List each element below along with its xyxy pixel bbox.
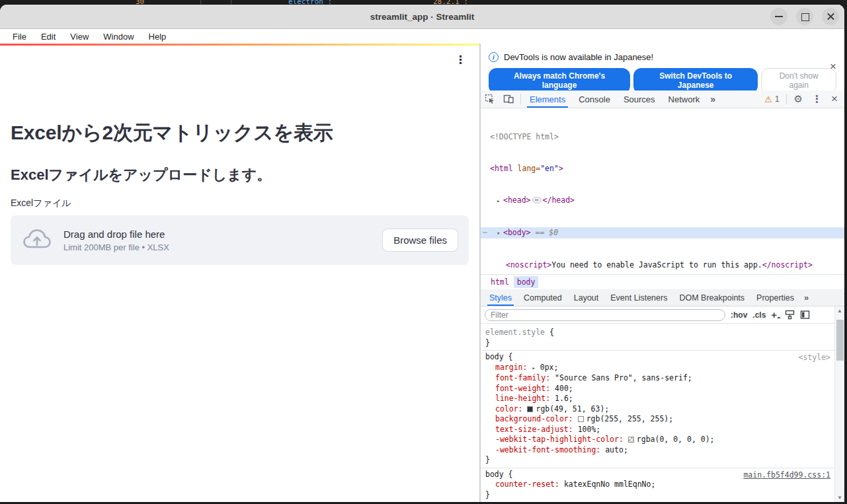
file-uploader-dropzone[interactable]: Drag and drop file here Limit 200MB per … [11,215,469,265]
streamlit-decoration-bar [0,44,479,46]
rule-origin: <style> [799,353,830,363]
issues-counter[interactable]: ⚠ 1 [761,94,782,104]
tab-styles[interactable]: Styles [483,289,518,306]
devtools-kebab-icon[interactable]: ⋮ [808,93,826,105]
styles-filter-input[interactable] [485,309,725,321]
rendering-emulation-icon[interactable] [785,310,795,320]
window-title: streamlit_app · Streamlit [370,12,475,22]
uploader-texts: Drag and drop file here Limit 200MB per … [63,229,382,252]
scrollbar-down-icon[interactable]: ▼ [837,493,842,502]
menu-file[interactable]: File [5,32,34,42]
cloud-upload-icon [22,228,52,253]
toolbar-divider [786,94,787,104]
more-sidebar-tabs-icon[interactable]: » [800,289,813,306]
tab-dom-breakpoints[interactable]: DOM Breakpoints [673,289,750,306]
more-tabs-icon[interactable]: » [706,90,719,108]
menu-window[interactable]: Window [96,32,141,42]
devtools-pane: i DevTools is now available in Japanese!… [479,44,844,502]
tab-elements[interactable]: Elements [523,90,572,108]
new-style-rule-icon[interactable]: + [771,309,780,320]
gutter-dots-icon[interactable]: ⋯ [483,227,487,238]
devtools-close-icon[interactable]: × [827,92,842,106]
toolbar-divider [520,94,521,104]
info-icon: i [489,52,499,62]
expand-arrow-icon[interactable]: ▸ [532,365,535,371]
styles-sidebar-tabs: Styles Computed Layout Event Listeners D… [481,289,844,306]
tab-properties[interactable]: Properties [750,289,800,306]
color-swatch[interactable] [527,406,533,412]
elements-dom-tree: <!DOCTYPE html> <html lang="en"> ▸<head>… [481,108,844,274]
dom-html-open[interactable]: <html lang="en"> [481,163,844,174]
expand-arrow-icon[interactable]: ▸ [497,196,503,206]
breadcrumb-body[interactable]: body [514,276,539,288]
color-swatch[interactable] [628,437,634,443]
tab-network[interactable]: Network [662,90,707,108]
computed-sidebar-toggle-icon[interactable] [800,310,810,320]
menu-view[interactable]: View [63,32,96,42]
tab-sources[interactable]: Sources [617,90,662,108]
color-swatch[interactable] [578,416,584,422]
tab-computed[interactable]: Computed [518,289,568,306]
breadcrumb-html[interactable]: html [487,276,512,288]
warning-icon: ⚠ [764,94,772,104]
rule-origin-link: main.fb5f4d99.css:1 [743,470,830,481]
device-toolbar-icon[interactable] [499,90,518,108]
tab-console[interactable]: Console [572,90,617,108]
menu-edit[interactable]: Edit [34,32,63,42]
page-subtitle: Excelファイルをアップロードします。 [11,165,271,185]
css-rule-body-style[interactable]: <style> body { margin: ▸ 0px; font-famil… [481,351,834,468]
switch-to-japanese-button[interactable]: Switch DevTools to Japanese [633,68,758,94]
scrollbar-thumb[interactable] [836,320,844,361]
drag-drop-text: Drag and drop file here [63,229,382,240]
app-menu-kebab-icon[interactable]: ⋮ [455,54,466,65]
devtools-language-banner: i DevTools is now available in Japanese!… [481,44,844,90]
dom-breadcrumb: html body [481,274,844,289]
dom-doctype[interactable]: <!DOCTYPE html> [481,131,844,142]
dom-head[interactable]: ▸<head>⋯</head> [481,195,844,206]
always-match-language-button[interactable]: Always match Chrome's language [489,68,630,94]
inspect-element-icon[interactable] [481,90,499,108]
collapsed-content-icon[interactable]: ⋯ [532,197,542,203]
dom-body-selected[interactable]: ⋯▾<body> == $0 [481,227,844,238]
css-rules-list: element.style { } <style> body { margin:… [481,324,834,502]
warning-count: 1 [775,94,780,104]
dont-show-again-button[interactable]: Don't show again [761,68,836,94]
css-rule-element-style[interactable]: element.style { } [481,326,834,351]
toggle-hover-state[interactable]: :hov [731,310,747,320]
tab-event-listeners[interactable]: Event Listeners [604,289,673,306]
page-title: Excelから2次元マトリックスを表示 [11,120,333,147]
app-window: streamlit_app · Streamlit File Edit View… [0,5,844,502]
toggle-element-classes[interactable]: .cls [752,310,766,320]
streamlit-app-pane: ⋮ Excelから2次元マトリックスを表示 Excelファイルをアップロードしま… [0,44,479,502]
maximize-button[interactable] [796,8,813,25]
collapse-arrow-icon[interactable]: ▾ [497,228,503,238]
minimize-button[interactable] [770,8,787,25]
window-controls [770,8,839,25]
css-rule-body-katex[interactable]: main.fb5f4d99.css:1 body { counter-reset… [481,468,834,503]
styles-scrollbar[interactable]: ▲ ▼ [834,306,844,502]
selected-node-marker: == $0 [535,228,558,237]
banner-close-icon[interactable]: × [830,61,836,72]
close-button[interactable] [822,8,839,25]
scrollbar-up-icon[interactable]: ▲ [837,306,842,315]
devtools-toolbar: Elements Console Sources Network » ⚠ 1 ⚙… [481,90,844,108]
banner-message: DevTools is now available in Japanese! [504,52,653,62]
styles-filter-bar: :hov .cls + [481,306,834,324]
browse-files-button[interactable]: Browse files [382,229,458,252]
settings-gear-icon[interactable]: ⚙ [790,93,807,105]
titlebar[interactable]: streamlit_app · Streamlit [0,5,844,29]
menu-help[interactable]: Help [141,32,174,42]
tab-layout[interactable]: Layout [568,289,605,306]
menubar: File Edit View Window Help [0,29,844,44]
uploader-label: Excelファイル [11,198,71,209]
dom-noscript[interactable]: <noscript>You need to enable JavaScript … [481,260,844,270]
limit-text: Limit 200MB per file • XLSX [63,242,382,252]
